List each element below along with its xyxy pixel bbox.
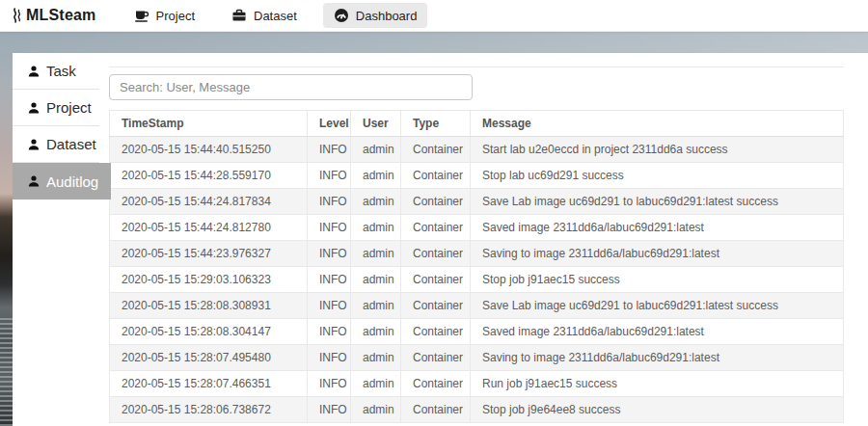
cell-level: INFO bbox=[308, 215, 351, 241]
nav-item-label: Project bbox=[156, 9, 195, 23]
cell-type: Container bbox=[401, 345, 471, 371]
cell-type: Container bbox=[401, 163, 471, 189]
cell-message: Start lab u2e0eccd in project 2311dd6a s… bbox=[471, 137, 844, 163]
sky-band bbox=[0, 32, 868, 53]
table-row: 2020-05-15 15:44:24.817834INFOadminConta… bbox=[110, 189, 844, 215]
person-icon bbox=[27, 101, 41, 115]
nav-item-label: Dataset bbox=[254, 9, 297, 23]
cell-timestamp: 2020-05-15 15:44:24.812780 bbox=[110, 215, 308, 241]
cell-type: Container bbox=[401, 293, 471, 319]
cell-message: Stop job j9e64ee8 success bbox=[471, 397, 844, 423]
cell-user: admin bbox=[351, 189, 401, 215]
cell-timestamp: 2020-05-15 15:44:40.515250 bbox=[110, 137, 308, 163]
sidebar: Task Project Dataset Auditlog bbox=[13, 53, 99, 426]
sidebar-item-label: Auditlog bbox=[46, 173, 98, 190]
column-header-timestamp: TimeStamp bbox=[110, 111, 308, 137]
auditlog-table: TimeStamp Level User Type Message 2020-0… bbox=[109, 110, 844, 423]
cell-level: INFO bbox=[308, 345, 351, 371]
cell-level: INFO bbox=[308, 371, 351, 397]
cell-type: Container bbox=[401, 215, 471, 241]
cell-level: INFO bbox=[308, 293, 351, 319]
cell-timestamp: 2020-05-15 15:44:23.976327 bbox=[110, 241, 308, 267]
table-row: 2020-05-15 15:28:08.304147INFOadminConta… bbox=[110, 319, 844, 345]
nav-item-dataset[interactable]: Dataset bbox=[221, 3, 308, 28]
person-icon bbox=[27, 65, 41, 78]
cell-timestamp: 2020-05-15 15:29:03.106323 bbox=[110, 267, 308, 293]
sidebar-item-project[interactable]: Project bbox=[13, 90, 99, 126]
cell-level: INFO bbox=[308, 241, 351, 267]
search-input[interactable] bbox=[109, 74, 473, 100]
table-row: 2020-05-15 15:28:08.308931INFOadminConta… bbox=[110, 293, 844, 319]
cell-user: admin bbox=[351, 267, 401, 293]
cell-type: Container bbox=[401, 189, 471, 215]
cell-user: admin bbox=[351, 241, 401, 267]
table-row: 2020-05-15 15:44:23.976327INFOadminConta… bbox=[110, 241, 844, 267]
cell-type: Container bbox=[401, 241, 471, 267]
cell-timestamp: 2020-05-15 15:28:07.466351 bbox=[110, 371, 308, 397]
table-row: 2020-05-15 15:28:07.466351INFOadminConta… bbox=[110, 371, 844, 397]
table-row: 2020-05-15 15:29:03.106323INFOadminConta… bbox=[110, 267, 844, 293]
table-row: 2020-05-15 15:28:07.495480INFOadminConta… bbox=[110, 345, 844, 371]
sidebar-item-label: Task bbox=[46, 63, 76, 79]
sidebar-item-dataset[interactable]: Dataset bbox=[13, 126, 99, 163]
cell-level: INFO bbox=[308, 137, 351, 163]
brand-label: MLSteam bbox=[26, 7, 96, 24]
column-header-user: User bbox=[351, 111, 401, 137]
cell-type: Container bbox=[401, 137, 471, 163]
cell-timestamp: 2020-05-15 15:28:07.495480 bbox=[110, 345, 308, 371]
water-ripples bbox=[0, 318, 13, 426]
coffee-mug-icon bbox=[134, 8, 149, 23]
cell-level: INFO bbox=[308, 189, 351, 215]
table-row: 2020-05-15 15:44:40.515250INFOadminConta… bbox=[110, 137, 844, 163]
cell-timestamp: 2020-05-15 15:28:06.738672 bbox=[110, 397, 308, 423]
cell-user: admin bbox=[351, 397, 401, 423]
nav-item-dashboard[interactable]: Dashboard bbox=[323, 3, 428, 28]
cell-user: admin bbox=[351, 137, 401, 163]
cell-message: Saved image 2311dd6a/labuc69d291:latest bbox=[471, 319, 844, 345]
gauge-icon bbox=[334, 8, 349, 23]
cell-user: admin bbox=[351, 319, 401, 345]
cell-user: admin bbox=[351, 345, 401, 371]
column-header-message: Message bbox=[471, 111, 844, 137]
table-row: 2020-05-15 15:28:06.738672INFOadminConta… bbox=[110, 397, 844, 423]
cell-user: admin bbox=[351, 293, 401, 319]
sidebar-item-label: Project bbox=[46, 99, 92, 116]
content-divider bbox=[109, 67, 844, 67]
cell-message: Stop job j91aec15 success bbox=[471, 267, 844, 293]
auditlog-table-body: 2020-05-15 15:44:40.515250INFOadminConta… bbox=[110, 137, 844, 423]
top-nav: Project Dataset Dashboard bbox=[123, 3, 428, 28]
sidebar-item-label: Dataset bbox=[46, 136, 96, 152]
nav-item-label: Dashboard bbox=[356, 9, 418, 23]
cell-type: Container bbox=[401, 371, 471, 397]
cell-type: Container bbox=[401, 267, 471, 293]
header-row: TimeStamp Level User Type Message bbox=[110, 111, 844, 137]
cell-user: admin bbox=[351, 163, 401, 189]
person-icon bbox=[27, 138, 41, 151]
cell-type: Container bbox=[401, 397, 471, 423]
cell-message: Saving to image 2311dd6a/labuc69d291:lat… bbox=[471, 345, 844, 371]
cell-timestamp: 2020-05-15 15:28:08.304147 bbox=[110, 319, 308, 345]
sidebar-item-task[interactable]: Task bbox=[13, 53, 99, 90]
sidebar-item-auditlog[interactable]: Auditlog bbox=[13, 163, 111, 200]
nav-item-project[interactable]: Project bbox=[123, 3, 205, 28]
cell-message: Saving to image 2311dd6a/labuc69d291:lat… bbox=[471, 241, 844, 267]
cell-type: Container bbox=[401, 319, 471, 345]
main-content: TimeStamp Level User Type Message 2020-0… bbox=[99, 53, 868, 426]
briefcase-icon bbox=[231, 8, 247, 23]
auditlog-table-header: TimeStamp Level User Type Message bbox=[110, 111, 844, 137]
cell-message: Saved image 2311dd6a/labuc69d291:latest bbox=[471, 215, 844, 241]
cell-message: Stop lab uc69d291 success bbox=[471, 163, 844, 189]
cell-level: INFO bbox=[308, 267, 351, 293]
cell-message: Save Lab image uc69d291 to labuc69d291:l… bbox=[471, 293, 844, 319]
cell-level: INFO bbox=[308, 163, 351, 189]
cell-level: INFO bbox=[308, 319, 351, 345]
cell-user: admin bbox=[351, 215, 401, 241]
cell-timestamp: 2020-05-15 15:44:28.559170 bbox=[110, 163, 308, 189]
steam-icon bbox=[10, 7, 24, 24]
table-row: 2020-05-15 15:44:24.812780INFOadminConta… bbox=[110, 215, 844, 241]
top-navbar: MLSteam Project Dataset bbox=[0, 0, 868, 32]
cell-message: Run job j91aec15 success bbox=[471, 371, 844, 397]
brand: MLSteam bbox=[10, 7, 96, 24]
cell-user: admin bbox=[351, 371, 401, 397]
cell-level: INFO bbox=[308, 397, 351, 423]
